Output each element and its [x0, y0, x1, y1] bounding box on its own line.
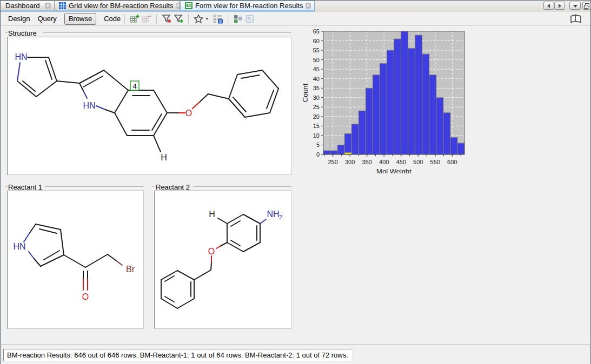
- histogram-svg: 0510152025303540455055606525030035040045…: [301, 28, 475, 173]
- x-axis-label: Mol Weight: [376, 167, 411, 173]
- groupbox-etch: [152, 186, 155, 187]
- nav-forward-button[interactable]: [554, 2, 565, 10]
- chevron-down-icon: [573, 4, 577, 8]
- atom-map-label: 4: [132, 82, 136, 90]
- mol-weight-histogram[interactable]: 0510152025303540455055606525030035040045…: [301, 28, 475, 173]
- tab-form-view-label: Form view for BM-reaction Results: [195, 2, 303, 10]
- y-tick-label: 5: [316, 141, 320, 148]
- atom-label-o: O: [82, 292, 89, 301]
- nav-back-button[interactable]: [543, 2, 554, 10]
- status-message: BM-reaction Results: 646 out of 646 rows…: [3, 349, 353, 361]
- y-tick-label: 40: [313, 76, 320, 82]
- groupbox-etch: [193, 186, 291, 187]
- histogram-bar[interactable]: [366, 88, 373, 154]
- x-tick-label: 300: [345, 159, 355, 165]
- atom-label-h: H: [161, 153, 167, 162]
- histogram-bar[interactable]: [443, 113, 450, 154]
- histogram-bar[interactable]: [394, 39, 401, 154]
- histogram-bar[interactable]: [429, 75, 436, 154]
- structure-molecule: 4 HN HN O H: [8, 37, 291, 174]
- histogram-bar[interactable]: [387, 50, 394, 154]
- tab-dashboard[interactable]: Dashboard ✕: [1, 1, 55, 10]
- x-tick-label: 550: [430, 159, 440, 165]
- atom-label-o: O: [208, 247, 215, 256]
- form-settings-icon[interactable]: [212, 14, 224, 24]
- favorites-star-icon[interactable]: [192, 14, 204, 24]
- reactant2-panel-title: Reactant 2: [156, 183, 190, 191]
- structure-panel[interactable]: 4 HN HN O H: [7, 37, 291, 175]
- reactant1-molecule: HN O Br: [8, 191, 143, 328]
- menu-design[interactable]: Design: [8, 15, 30, 23]
- menu-query[interactable]: Query: [37, 15, 56, 23]
- toolbar-separator: [156, 14, 157, 24]
- histogram-bar[interactable]: [457, 143, 464, 154]
- pop-out-icon[interactable]: [244, 14, 256, 24]
- tab-form-view[interactable]: Form view for BM-reaction Results ✕: [180, 1, 315, 10]
- tab-grid-view-label: Grid view for BM-reaction Results: [69, 2, 174, 10]
- atom-label-br: Br: [126, 265, 135, 274]
- y-tick-label: 0: [316, 151, 320, 158]
- histogram-bar[interactable]: [344, 133, 351, 154]
- close-icon[interactable]: ✕: [176, 3, 180, 9]
- x-tick-label: 600: [447, 159, 457, 165]
- main-toolbar: Design Query Browse Code: [1, 12, 590, 26]
- groupbox-etch: [5, 186, 8, 187]
- toolbar-separator: [188, 14, 189, 24]
- menu-code[interactable]: Code: [104, 15, 121, 23]
- x-tick-label: 500: [413, 159, 423, 165]
- remove-table-icon[interactable]: [141, 14, 152, 24]
- histogram-bar[interactable]: [337, 145, 344, 154]
- favorites-dropdown-caret[interactable]: ▼: [205, 17, 209, 21]
- toolbar-separator: [124, 14, 125, 24]
- y-tick-label: 50: [313, 57, 320, 63]
- histogram-bar[interactable]: [450, 137, 457, 154]
- close-icon[interactable]: ✕: [306, 3, 311, 9]
- arrow-right-icon: [557, 4, 562, 8]
- grid-view-icon: [59, 2, 66, 10]
- histogram-bar[interactable]: [401, 31, 408, 154]
- atom-label-nh: HN: [13, 242, 25, 251]
- y-tick-label: 65: [313, 28, 320, 35]
- tab-list-button[interactable]: [569, 2, 581, 10]
- histogram-bar[interactable]: [323, 151, 330, 154]
- groupbox-etch: [43, 32, 291, 33]
- tab-bar: Dashboard ✕ Grid view for BM-reaction Re…: [1, 1, 590, 12]
- y-tick-label: 60: [313, 38, 320, 44]
- y-tick-label: 20: [313, 113, 320, 120]
- restore-icon: [584, 3, 589, 9]
- reactant2-panel[interactable]: H NH 2 O: [154, 191, 291, 329]
- x-tick-label: 400: [379, 159, 389, 165]
- tab-dashboard-label: Dashboard: [5, 2, 40, 10]
- groupbox-etch: [5, 32, 8, 33]
- filter-highlight-icon[interactable]: [161, 14, 172, 24]
- layout-tiles-icon[interactable]: [232, 14, 244, 24]
- add-table-icon[interactable]: [129, 14, 141, 24]
- menu-browse-active[interactable]: Browse: [64, 13, 96, 25]
- groupbox-etch: [45, 186, 144, 187]
- reactant2-molecule: H NH 2 O: [155, 191, 291, 328]
- restore-window-button[interactable]: [582, 2, 591, 10]
- x-tick-label: 250: [328, 159, 337, 165]
- y-tick-label: 10: [313, 132, 320, 139]
- histogram-bar[interactable]: [373, 75, 380, 154]
- workbook-icon[interactable]: [570, 14, 582, 25]
- add-filter-icon[interactable]: [172, 14, 184, 24]
- close-icon[interactable]: ✕: [45, 3, 51, 9]
- reactant1-panel-title: Reactant 1: [8, 183, 42, 191]
- arrow-left-icon: [547, 4, 551, 8]
- histogram-highlight[interactable]: [344, 152, 351, 154]
- histogram-bar[interactable]: [358, 111, 366, 154]
- histogram-bar[interactable]: [351, 124, 358, 154]
- histogram-bar[interactable]: [408, 49, 415, 154]
- tab-grid-view[interactable]: Grid view for BM-reaction Results ✕: [55, 1, 180, 10]
- atom-label-nh: HN: [83, 101, 95, 110]
- histogram-bar[interactable]: [330, 151, 337, 154]
- reactant1-panel[interactable]: HN O Br: [7, 191, 144, 329]
- histogram-bar[interactable]: [436, 98, 443, 154]
- structure-panel-title: Structure: [8, 29, 37, 37]
- histogram-bar[interactable]: [422, 54, 429, 154]
- x-tick-label: 350: [362, 159, 372, 165]
- histogram-bar[interactable]: [415, 35, 422, 154]
- atom-label-h: H: [209, 210, 215, 219]
- histogram-bar[interactable]: [380, 64, 387, 154]
